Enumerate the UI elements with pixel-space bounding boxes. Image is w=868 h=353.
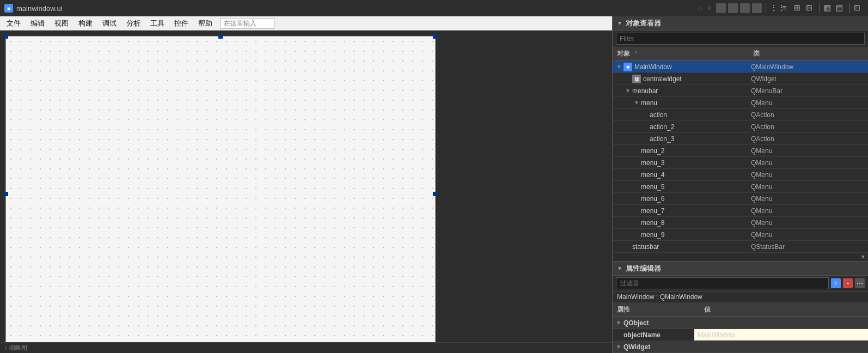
tree-row-menu[interactable]: ▼ menu QMenu bbox=[613, 97, 868, 109]
tb-icon-6[interactable]: ≡ bbox=[782, 3, 792, 13]
tree-row-menu2[interactable]: menu_2 QMenu bbox=[613, 145, 868, 157]
add-property-button[interactable]: + bbox=[831, 278, 841, 288]
right-panel: ▼ 对象查看器 对象 ⌃ 类 ▼ bbox=[612, 16, 868, 353]
tb-icon-4[interactable] bbox=[752, 3, 762, 13]
centralwidget-name: centralwidget bbox=[643, 75, 682, 83]
centralwidget-icon: ▦ bbox=[632, 75, 641, 83]
menu6-name: menu_6 bbox=[641, 195, 664, 203]
tree-row-menu3[interactable]: menu_3 QMenu bbox=[613, 157, 868, 169]
tb-icon-5[interactable]: ⋮⋮ bbox=[770, 3, 780, 13]
menubar-name: menubar bbox=[632, 87, 658, 95]
menu9-name: menu_9 bbox=[641, 231, 664, 239]
tree-cell-type-menu2: QMenu bbox=[749, 147, 868, 155]
inspector-header: ▼ 对象查看器 bbox=[613, 16, 868, 31]
menu-item-analyze[interactable]: 分析 bbox=[122, 17, 145, 30]
tree-row-action2[interactable]: action_2 QAction bbox=[613, 121, 868, 133]
tree-cell-type-menubar: QMenuBar bbox=[749, 87, 868, 95]
tb-icon-1[interactable] bbox=[716, 3, 726, 13]
prop-col-value: 值 bbox=[700, 304, 868, 315]
tree-cell-type-menu: QMenu bbox=[749, 99, 868, 107]
search-input[interactable] bbox=[220, 18, 274, 29]
handle-mid-left[interactable] bbox=[4, 192, 8, 196]
menu3-name: menu_3 bbox=[641, 159, 664, 167]
expand-menubar[interactable]: ▼ bbox=[625, 88, 631, 94]
scroll-indicator: ▼ bbox=[613, 253, 868, 261]
menu-item-debug[interactable]: 调试 bbox=[98, 17, 121, 30]
tree-row-menu7[interactable]: menu_7 QMenu bbox=[613, 205, 868, 217]
tree-cell-type-centralwidget: QWidget bbox=[749, 75, 868, 83]
tree-cell-name-menu7: menu_7 bbox=[613, 207, 749, 215]
inspector-collapse-arrow[interactable]: ▼ bbox=[617, 20, 622, 26]
tree-row-statusbar[interactable]: statusbar QStatusBar bbox=[613, 241, 868, 253]
tree-cell-type-menu5: QMenu bbox=[749, 183, 868, 191]
tb-icon-2[interactable] bbox=[728, 3, 738, 13]
menu4-name: menu_4 bbox=[641, 171, 664, 179]
tree-cell-name-mainwindow: ▼ ■ MainWindow bbox=[613, 63, 749, 71]
menu-item-edit[interactable]: 编辑 bbox=[26, 17, 49, 30]
tree-row-action3[interactable]: action_3 QAction bbox=[613, 133, 868, 145]
property-filter-input[interactable] bbox=[616, 277, 829, 289]
tb-icon-11[interactable]: ⊡ bbox=[854, 3, 864, 13]
tree-cell-name-menu9: menu_9 bbox=[613, 231, 749, 239]
menu-item-help[interactable]: 帮助 bbox=[194, 17, 217, 30]
design-menubar: 文件 编辑 视图 构建 调试 分析 工具 控件 帮助 bbox=[0, 16, 612, 31]
tb-icon-9[interactable]: ▦ bbox=[824, 3, 834, 13]
mainwindow-icon: ■ bbox=[624, 63, 632, 71]
action-name: action bbox=[650, 111, 667, 119]
tree-row-menu5[interactable]: menu_5 QMenu bbox=[613, 181, 868, 193]
tree-row-centralwidget[interactable]: ▦ centralwidget QWidget bbox=[613, 73, 868, 85]
inspector-title: 对象查看器 bbox=[626, 19, 661, 28]
menu-item-build[interactable]: 构建 bbox=[74, 17, 97, 30]
tree-row-action[interactable]: action QAction bbox=[613, 109, 868, 121]
tree-row-menu6[interactable]: menu_6 QMenu bbox=[613, 193, 868, 205]
tb-icon-7[interactable]: ⊞ bbox=[794, 3, 804, 13]
handle-mid-right[interactable] bbox=[433, 192, 437, 196]
design-panel: 文件 编辑 视图 构建 调试 分析 工具 控件 帮助 bbox=[0, 16, 612, 353]
handle-top-right[interactable] bbox=[433, 34, 437, 39]
tree-row-menu8[interactable]: menu_8 QMenu bbox=[613, 217, 868, 229]
property-editor: ▼ 属性编辑器 + - ⋯ MainWindow : QMainWindow 属… bbox=[613, 261, 868, 353]
menu-item-file[interactable]: 文件 bbox=[2, 17, 25, 30]
menu-item-tools[interactable]: 工具 bbox=[146, 17, 169, 30]
title-sep: ◁ bbox=[696, 5, 702, 12]
title-sep2: ✕ bbox=[706, 5, 713, 12]
section-qobject[interactable]: ▼ QObject bbox=[613, 317, 868, 329]
expand-mainwindow[interactable]: ▼ bbox=[616, 64, 622, 70]
action3-name: action_3 bbox=[650, 135, 674, 143]
menu-name: menu bbox=[641, 99, 657, 107]
tree-cell-type-menu7: QMenu bbox=[749, 207, 868, 215]
tree-row-menu4[interactable]: menu_4 QMenu bbox=[613, 169, 868, 181]
tree-row-mainwindow[interactable]: ▼ ■ MainWindow QMainWindow bbox=[613, 61, 868, 73]
tb-icon-10[interactable]: ▤ bbox=[836, 3, 846, 13]
sort-icon[interactable]: ⌃ bbox=[634, 51, 638, 57]
content-area: 文件 编辑 视图 构建 调试 分析 工具 控件 帮助 bbox=[0, 16, 868, 353]
handle-top-mid[interactable] bbox=[218, 34, 223, 39]
menu-item-view[interactable]: 视图 bbox=[50, 17, 73, 30]
tree-cell-name-menu2: menu_2 bbox=[613, 147, 749, 155]
expand-menu[interactable]: ▼ bbox=[633, 100, 640, 106]
statusbar-name: statusbar bbox=[632, 243, 659, 251]
prop-row-objectname[interactable]: objectName MainWindow bbox=[613, 329, 868, 341]
section-qwidget[interactable]: ▼ QWidget bbox=[613, 341, 868, 353]
menu7-name: menu_7 bbox=[641, 207, 664, 215]
title-bar-title: mainwindow.ui bbox=[16, 4, 693, 13]
tree-cell-type-statusbar: QStatusBar bbox=[749, 243, 868, 251]
tree-cell-type-menu8: QMenu bbox=[749, 219, 868, 227]
tb-icon-3[interactable] bbox=[740, 3, 750, 13]
col-object: 对象 ⌃ bbox=[613, 48, 749, 59]
property-collapse-arrow[interactable]: ▼ bbox=[617, 265, 622, 271]
more-property-button[interactable]: ⋯ bbox=[855, 278, 865, 288]
tree-row-menubar[interactable]: ▼ menubar QMenuBar bbox=[613, 85, 868, 97]
remove-property-button[interactable]: - bbox=[843, 278, 853, 288]
tb-icon-8[interactable]: ⊟ bbox=[806, 3, 816, 13]
title-toolbar: ⋮⋮ ≡ ⊞ ⊟ ▦ ▤ ⊡ bbox=[716, 3, 864, 13]
tree-row-menu9[interactable]: menu_9 QMenu bbox=[613, 229, 868, 241]
design-canvas[interactable] bbox=[5, 36, 436, 342]
tree-cell-name-centralwidget: ▦ centralwidget bbox=[613, 75, 749, 83]
inspector-filter-input[interactable] bbox=[616, 33, 865, 45]
prop-value-objectname[interactable]: MainWindow bbox=[694, 329, 868, 340]
menu-item-controls[interactable]: 控件 bbox=[170, 17, 193, 30]
handle-top-left[interactable] bbox=[4, 34, 8, 39]
tree-cell-type-menu6: QMenu bbox=[749, 195, 868, 203]
scroll-down-icon: ▼ bbox=[860, 254, 866, 260]
